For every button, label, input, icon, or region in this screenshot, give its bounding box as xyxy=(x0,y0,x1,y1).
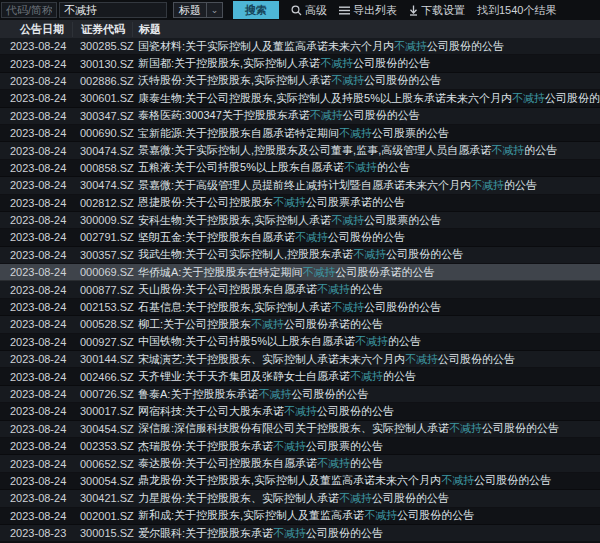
row-date: 2023-08-24 xyxy=(0,162,72,174)
table-row[interactable]: 2023-08-24300421.SZ力星股份:关于控股股东、实际控制人承诺不减… xyxy=(0,490,600,507)
header-date[interactable]: 公告日期 xyxy=(0,22,72,37)
table-row[interactable]: 2023-08-24300474.SZ景嘉微:关于高级管理人员提前终止减持计划暨… xyxy=(0,177,600,194)
row-title: 网宿科技:关于公司大股东承诺不减持公司股份的公告 xyxy=(132,404,600,419)
row-title: 新国都:关于控股股东,实际控制人承诺不减持公司股份的公告 xyxy=(132,56,600,71)
table-row[interactable]: 2023-08-24300054.SZ鼎龙股份:关于控股股东,实际控制人及董监高… xyxy=(0,473,600,490)
highlight-term: 不减持 xyxy=(405,353,438,365)
table-row[interactable]: 2023-08-24002886.SZ沃特股份:关于控股股东,实际控制人承诺不减… xyxy=(0,73,600,90)
row-title: 恩捷股份:关于公司控股股东不减持公司股票承诺的公告 xyxy=(132,195,600,210)
export-list-button[interactable]: 导出列表 xyxy=(339,3,397,18)
row-code: 300009.SZ xyxy=(72,214,132,226)
table-row[interactable]: 2023-08-23300015.SZ爱尔眼科:关于控股股东承诺不减持公司股份的… xyxy=(0,525,600,542)
row-date: 2023-08-24 xyxy=(0,405,72,417)
row-date: 2023-08-24 xyxy=(0,75,72,87)
row-code: 300454.SZ xyxy=(72,423,132,435)
table-row[interactable]: 2023-08-24000069.SZ华侨城A:关于控股股东在特定期间不减持公司… xyxy=(0,264,600,281)
download-settings-button[interactable]: 下载设置 xyxy=(409,3,465,18)
row-title: 五粮液:关于公司持股5%以上股东自愿承诺不减持的公告 xyxy=(132,160,600,175)
row-title: 国瓷材料:关于实际控制人及董监高承诺未来六个月内不减持公司股份的公告 xyxy=(132,39,600,54)
table-row[interactable]: 2023-08-24300130.SZ新国都:关于控股股东,实际控制人承诺不减持… xyxy=(0,55,600,72)
code-input[interactable] xyxy=(1,2,57,18)
table-row[interactable]: 2023-08-24002353.SZ杰瑞股份:关于控股股东承诺不减持公司股票的… xyxy=(0,438,600,455)
table-row[interactable]: 2023-08-24300601.SZ康泰生物:关于公司控股股东,实际控制人及持… xyxy=(0,90,600,107)
table-row[interactable]: 2023-08-24300454.SZ深信服:深信服科技股份有限公司关于控股股东… xyxy=(0,421,600,438)
table-row[interactable]: 2023-08-24002791.SZ坚朗五金:关于控股股东自愿承诺不减持公司股… xyxy=(0,229,600,246)
export-list-label: 导出列表 xyxy=(353,3,397,18)
toolbar: 标题 ⌄ 搜索 高级 导出列表 下载设置 找到1540个结果 xyxy=(0,0,600,20)
header-code[interactable]: 证券代码 xyxy=(72,22,132,37)
field-select-label: 标题 xyxy=(173,2,207,18)
row-code: 000069.SZ xyxy=(72,266,132,278)
row-title: 鲁泰A:关于控股股东承诺不减持公司股份的公告 xyxy=(132,387,600,402)
highlight-term: 不减持 xyxy=(449,422,482,434)
row-date: 2023-08-24 xyxy=(0,423,72,435)
table-header: 公告日期 证券代码 标题 xyxy=(0,20,600,38)
field-select[interactable]: 标题 ⌄ xyxy=(173,2,223,18)
row-date: 2023-08-24 xyxy=(0,249,72,261)
row-date: 2023-08-24 xyxy=(0,266,72,278)
row-date: 2023-08-24 xyxy=(0,197,72,209)
row-title: 宋城演艺:关于控股股东、实际控制人承诺未来六个月内不减持公司股份的公告 xyxy=(132,352,600,367)
row-title: 石基信息:关于控股股东,实际控制人承诺不减持公司股份的公告 xyxy=(132,300,600,315)
row-code: 002001.SZ xyxy=(72,510,132,522)
highlight-term: 不减持 xyxy=(302,266,335,278)
row-code: 000528.SZ xyxy=(72,318,132,330)
table-row[interactable]: 2023-08-24000528.SZ柳工:关于公司控股股东不减持公司股份承诺的… xyxy=(0,316,600,333)
row-date: 2023-08-24 xyxy=(0,145,72,157)
chevron-down-icon[interactable]: ⌄ xyxy=(207,2,223,18)
table-row[interactable]: 2023-08-24000858.SZ五粮液:关于公司持股5%以上股东自愿承诺不… xyxy=(0,160,600,177)
highlight-term: 不减持 xyxy=(251,318,284,330)
row-code: 300474.SZ xyxy=(72,179,132,191)
highlight-term: 不减持 xyxy=(331,214,364,226)
header-title[interactable]: 标题 xyxy=(132,22,600,37)
row-code: 002466.SZ xyxy=(72,371,132,383)
row-date: 2023-08-24 xyxy=(0,58,72,70)
row-date: 2023-08-24 xyxy=(0,492,72,504)
table-row[interactable]: 2023-08-24300347.SZ泰格医药:300347关于控股股东承诺不减… xyxy=(0,108,600,125)
highlight-term: 不减持 xyxy=(491,144,524,156)
row-title: 中国铁物:关于公司持股5%以上股东自愿承诺不减持的公告 xyxy=(132,334,600,349)
row-code: 300601.SZ xyxy=(72,92,132,104)
table-row[interactable]: 2023-08-24000690.SZ宝新能源:关于控股股东自愿承诺特定期间不减… xyxy=(0,125,600,142)
highlight-term: 不减持 xyxy=(353,248,386,260)
row-title: 新和成:关于控股股东,实际控制人及董监高承诺不减持公司股份的公告 xyxy=(132,508,600,523)
table-row[interactable]: 2023-08-24300144.SZ宋城演艺:关于控股股东、实际控制人承诺未来… xyxy=(0,351,600,368)
table-row[interactable]: 2023-08-24300285.SZ国瓷材料:关于实际控制人及董监高承诺未来六… xyxy=(0,38,600,55)
table-row[interactable]: 2023-08-24000877.SZ天山股份:关于公司控股股东自愿承诺不减持的… xyxy=(0,281,600,298)
table-row[interactable]: 2023-08-24002466.SZ天齐锂业:关于天齐集团及张静女士自愿承诺不… xyxy=(0,368,600,385)
row-title: 康泰生物:关于公司控股股东,实际控制人及持股5%以上股东承诺未来六个月内不减持公… xyxy=(132,91,600,106)
table-row[interactable]: 2023-08-24002001.SZ新和成:关于控股股东,实际控制人及董监高承… xyxy=(0,508,600,525)
row-code: 300144.SZ xyxy=(72,353,132,365)
download-icon xyxy=(409,5,418,16)
row-title: 杰瑞股份:关于控股股东承诺不减持公司股票的公告 xyxy=(132,439,600,454)
row-date: 2023-08-24 xyxy=(0,127,72,139)
row-code: 002791.SZ xyxy=(72,231,132,243)
table-row[interactable]: 2023-08-24300357.SZ我武生物:关于公司实际控制人,控股股东承诺… xyxy=(0,247,600,264)
table-row[interactable]: 2023-08-24300009.SZ安科生物:关于控股股东,实际控制人承诺不减… xyxy=(0,212,600,229)
row-code: 300285.SZ xyxy=(72,40,132,52)
row-title: 鼎龙股份:关于控股股东,实际控制人及董监高承诺未来六个月内不减持公司股份的公告 xyxy=(132,473,600,488)
row-title: 宝新能源:关于控股股东自愿承诺特定期间不减持公司股票的公告 xyxy=(132,126,600,141)
search-button[interactable]: 搜索 xyxy=(233,1,279,19)
table-row[interactable]: 2023-08-24000726.SZ鲁泰A:关于控股股东承诺不减持公司股份的公… xyxy=(0,386,600,403)
table-row[interactable]: 2023-08-24002812.SZ恩捷股份:关于公司控股股东不减持公司股票承… xyxy=(0,195,600,212)
highlight-term: 不减持 xyxy=(310,109,343,121)
row-date: 2023-08-24 xyxy=(0,110,72,122)
table-row[interactable]: 2023-08-24000927.SZ中国铁物:关于公司持股5%以上股东自愿承诺… xyxy=(0,334,600,351)
table-row[interactable]: 2023-08-24002153.SZ石基信息:关于控股股东,实际控制人承诺不减… xyxy=(0,299,600,316)
keyword-input[interactable] xyxy=(59,2,167,18)
table-row[interactable]: 2023-08-24000652.SZ泰达股份:关于公司控股股东自愿承诺不减持的… xyxy=(0,455,600,472)
row-title: 泰达股份:关于公司控股股东自愿承诺不减持的公告 xyxy=(132,456,600,471)
highlight-term: 不减持 xyxy=(258,388,291,400)
advanced-search-button[interactable]: 高级 xyxy=(291,3,327,18)
highlight-term: 不减持 xyxy=(284,405,317,417)
row-code: 000927.SZ xyxy=(72,336,132,348)
table-row[interactable]: 2023-08-24300474.SZ景嘉微:关于实际控制人,控股股东及公司董事… xyxy=(0,142,600,159)
row-code: 300054.SZ xyxy=(72,475,132,487)
row-title: 深信服:深信服科技股份有限公司关于控股股东、实际控制人承诺不减持公司股份的公告 xyxy=(132,421,600,436)
row-title: 景嘉微:关于高级管理人员提前终止减持计划暨自愿承诺未来六个月内不减持的公告 xyxy=(132,178,600,193)
table-row[interactable]: 2023-08-24300017.SZ网宿科技:关于公司大股东承诺不减持公司股份… xyxy=(0,403,600,420)
row-date: 2023-08-24 xyxy=(0,440,72,452)
row-code: 000652.SZ xyxy=(72,458,132,470)
row-title: 沃特股份:关于控股股东,实际控制人承诺不减持公司股份的公告 xyxy=(132,73,600,88)
